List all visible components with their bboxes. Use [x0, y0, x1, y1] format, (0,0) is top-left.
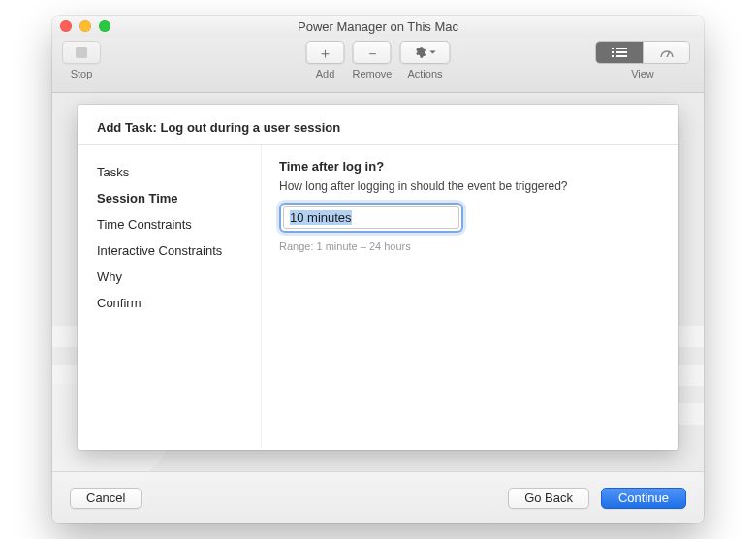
toolbar-add-group: ＋ Add	[306, 41, 345, 79]
form-subtext: How long after logging in should the eve…	[279, 179, 661, 193]
svg-rect-2	[612, 51, 614, 53]
range-hint: Range: 1 minute – 24 hours	[279, 240, 661, 252]
toolbar-remove-group: － Remove	[353, 41, 393, 79]
stop-label: Stop	[71, 68, 93, 79]
svg-rect-1	[616, 48, 627, 49]
svg-rect-4	[612, 55, 614, 57]
duration-input[interactable]	[283, 206, 459, 229]
view-label: View	[631, 68, 654, 79]
duration-field-focus-ring	[279, 203, 463, 233]
toolbar: Stop ＋ Add － Remove Action	[52, 37, 704, 93]
go-back-button[interactable]: Go Back	[508, 488, 589, 509]
form-heading: Time after log in?	[279, 159, 661, 174]
svg-rect-0	[612, 48, 614, 49]
app-window: Power Manager on This Mac Stop ＋ Add － R…	[52, 16, 704, 523]
wizard-steps-sidebar: Tasks Session Time Time Constraints Inte…	[78, 145, 262, 448]
footer: Cancel Go Back Continue	[52, 471, 704, 523]
wizard-sheet: Add Task: Log out during a user session …	[78, 105, 678, 450]
gauge-icon	[659, 47, 675, 58]
sidebar-item-time-constraints[interactable]: Time Constraints	[97, 211, 251, 238]
sheet-title: Add Task: Log out during a user session	[78, 105, 678, 144]
actions-button[interactable]	[399, 41, 450, 64]
remove-label: Remove	[353, 68, 393, 79]
toolbar-stop-group: Stop	[62, 41, 101, 79]
stop-button[interactable]	[62, 41, 101, 64]
wizard-content: Time after log in? How long after loggin…	[262, 145, 678, 448]
view-list-button[interactable]	[596, 42, 643, 63]
sidebar-item-interactive-constraints[interactable]: Interactive Constraints	[97, 238, 251, 264]
continue-button[interactable]: Continue	[601, 488, 686, 509]
add-label: Add	[316, 68, 335, 79]
remove-button[interactable]: －	[353, 41, 392, 64]
list-icon	[612, 47, 627, 58]
sidebar-item-why[interactable]: Why	[97, 264, 251, 290]
svg-rect-3	[616, 51, 627, 53]
minus-icon: －	[365, 46, 380, 60]
svg-rect-5	[616, 55, 627, 57]
add-button[interactable]: ＋	[306, 41, 345, 64]
actions-label: Actions	[407, 68, 442, 79]
sidebar-item-tasks[interactable]: Tasks	[97, 159, 251, 185]
toolbar-actions-group: Actions	[399, 41, 450, 79]
plus-icon: ＋	[318, 46, 332, 60]
sidebar-item-session-time[interactable]: Session Time	[97, 185, 251, 211]
stop-icon	[76, 47, 87, 58]
chevron-down-icon	[428, 48, 436, 56]
cancel-button[interactable]: Cancel	[70, 488, 142, 509]
footer-right: Go Back Continue	[508, 488, 686, 509]
gear-icon	[413, 46, 426, 59]
sheet-body: Tasks Session Time Time Constraints Inte…	[78, 145, 678, 448]
toolbar-view-group: View	[595, 41, 690, 79]
titlebar: Power Manager on This Mac	[52, 16, 704, 37]
window-title: Power Manager on This Mac	[52, 19, 704, 34]
toolbar-center: ＋ Add － Remove Actions	[306, 41, 451, 79]
view-segmented-control[interactable]	[595, 41, 690, 64]
sidebar-item-confirm[interactable]: Confirm	[97, 290, 251, 316]
view-gauge-button[interactable]	[643, 42, 689, 63]
